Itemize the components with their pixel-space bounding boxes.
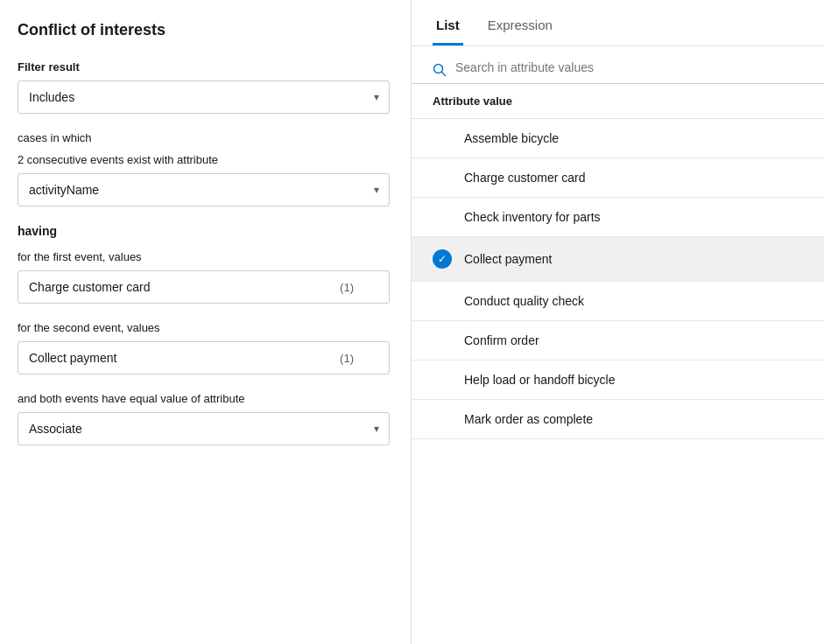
first-event-count: (1) [340,281,354,294]
attribute-list: Attribute value Assemble bicycle Charge … [412,84,824,644]
search-input[interactable] [455,60,803,83]
tab-bar: List Expression [412,0,824,46]
right-panel: List Expression Attribute value Assemble… [412,0,824,644]
filter-result-select[interactable]: Includes Excludes [18,80,390,114]
search-bar [412,46,824,84]
attribute-select[interactable]: activityName resource timestamp [18,173,390,206]
having-label: having [18,224,390,238]
tab-expression[interactable]: Expression [484,18,556,46]
consecutive-events-label: 2 consecutive events exist with attribut… [18,153,390,166]
second-event-value-box[interactable]: Collect payment (1) [18,341,390,374]
list-item[interactable]: Charge customer card [412,158,824,198]
first-event-value-box[interactable]: Charge customer card (1) [18,270,390,304]
item-label: Mark order as complete [464,412,593,426]
left-panel: Conflict of interests Filter result Incl… [0,0,412,644]
item-label: Collect payment [464,252,552,266]
svg-line-1 [442,73,446,76]
item-label: Check inventory for parts [464,210,601,224]
cases-in-which-label: cases in which [18,131,390,144]
list-item-selected[interactable]: ✓ Collect payment [412,237,824,282]
attribute-wrapper: activityName resource timestamp ▾ [18,173,390,206]
second-event-value-text: Collect payment [29,351,116,365]
selected-check-icon: ✓ [433,249,452,269]
search-icon [433,63,447,80]
list-item[interactable]: Help load or handoff bicycle [412,360,824,400]
tab-list[interactable]: List [433,18,463,46]
associate-wrapper: Associate resource timestamp ▾ [18,412,390,445]
second-event-label: for the second event, values [18,321,390,334]
filter-result-label: Filter result [18,60,390,74]
item-label: Conduct quality check [464,294,584,308]
list-item[interactable]: Conduct quality check [412,282,824,321]
item-label: Charge customer card [464,171,586,185]
first-event-label: for the first event, values [18,250,390,263]
filter-result-wrapper: Includes Excludes ▾ [18,80,390,114]
list-item[interactable]: Mark order as complete [412,400,824,439]
second-event-count: (1) [340,352,354,365]
list-item[interactable]: Confirm order [412,321,824,360]
equal-attribute-label: and both events have equal value of attr… [18,392,390,405]
first-event-value-text: Charge customer card [29,280,151,294]
list-item[interactable]: Assemble bicycle [412,119,824,158]
item-label: Confirm order [464,333,539,347]
list-header: Attribute value [412,84,824,119]
item-label: Assemble bicycle [464,131,559,145]
item-label: Help load or handoff bicycle [464,373,616,387]
panel-title: Conflict of interests [18,21,390,39]
associate-select[interactable]: Associate resource timestamp [18,412,390,445]
list-item[interactable]: Check inventory for parts [412,198,824,237]
